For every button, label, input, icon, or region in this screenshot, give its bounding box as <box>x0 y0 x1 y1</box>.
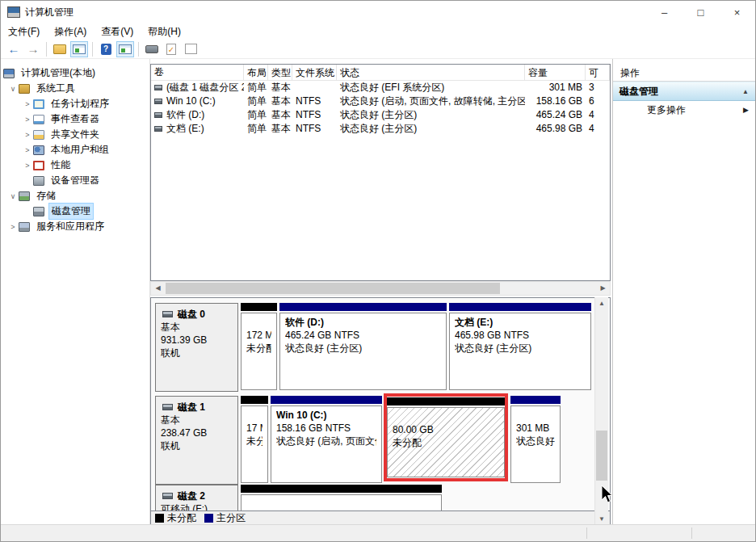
actions-section-disk-management[interactable]: 磁盘管理 ▲ <box>613 82 755 101</box>
unallocated-color-bar <box>241 396 268 404</box>
volume-status: 状态良好 (启动, 页面文件, 故障转储, 主分区) <box>337 95 525 108</box>
unallocated-color-bar <box>241 303 277 311</box>
disk1-unallocated-selected[interactable]: 80.00 GB未分配 <box>384 393 508 481</box>
scroll-left-icon[interactable]: ◀ <box>151 282 165 295</box>
disk2-partition[interactable] <box>241 485 442 511</box>
disk0-partition-e[interactable]: 文档 (E:)465.98 GB NTFS状态良好 (主分区) <box>449 303 591 392</box>
more-actions-item[interactable]: 更多操作 ▶ <box>613 101 755 119</box>
maximize-button[interactable]: □ <box>682 1 719 23</box>
back-icon: ← <box>8 42 20 56</box>
sidebar-item-storage[interactable]: ∨ 存储 <box>1 188 149 204</box>
show-console-tree-button[interactable] <box>70 41 88 57</box>
scroll-right-icon[interactable]: ▶ <box>596 282 610 295</box>
actions-pane: 操作 磁盘管理 ▲ 更多操作 ▶ <box>612 59 755 524</box>
sidebar-item-computer-management[interactable]: 计算机管理(本地) <box>1 65 149 81</box>
statusbar-divider <box>586 527 587 539</box>
volume-name: 文档 (E:) <box>166 122 204 136</box>
device-manager-icon <box>33 176 44 186</box>
window-title: 计算机管理 <box>25 6 74 19</box>
column-status[interactable]: 状态 <box>337 65 525 80</box>
volume-row-e[interactable]: 文档 (E:) 简单 基本 NTFS 状态良好 (主分区) 465.98 GB … <box>151 122 610 136</box>
volume-capacity: 301 MB <box>525 81 586 95</box>
volume-capacity: 158.16 GB <box>525 95 586 108</box>
sidebar-item-services-applications[interactable]: > 服务和应用程序 <box>1 219 149 234</box>
disk-management-icon <box>33 207 44 216</box>
show-action-pane-button[interactable] <box>116 41 134 57</box>
sidebar-item-performance[interactable]: > 性能 <box>1 158 149 173</box>
menu-view[interactable]: 查看(V) <box>94 23 141 40</box>
disk-icon <box>162 311 173 317</box>
check-task-button[interactable]: ✓ <box>162 41 180 57</box>
column-volume[interactable]: 卷 <box>151 65 244 80</box>
sidebar-item-disk-management[interactable]: 磁盘管理 <box>1 204 149 219</box>
sidebar-item-device-manager[interactable]: 设备管理器 <box>1 173 149 188</box>
console-window-icon <box>119 44 132 54</box>
disk-size: 931.39 GB <box>161 334 233 347</box>
column-layout[interactable]: 布局 <box>244 65 268 80</box>
device-tool-button[interactable] <box>143 41 161 57</box>
horizontal-scrollbar[interactable]: ◀ ▶ <box>150 281 611 296</box>
disk-2-label[interactable]: 磁盘 2 可移动 (F:) <box>155 485 238 511</box>
column-type[interactable]: 类型 <box>268 65 292 80</box>
shared-folder-icon <box>33 130 44 140</box>
console-window-icon <box>73 44 86 54</box>
volume-layout: 简单 <box>244 95 268 108</box>
volume-icon <box>154 112 162 118</box>
scrollbar-thumb[interactable] <box>596 431 607 481</box>
disk0-unallocated-partition[interactable]: 172 MB未分配 <box>241 303 277 392</box>
menu-file[interactable]: 文件(F) <box>1 23 47 40</box>
volume-row-c[interactable]: Win 10 (C:) 简单 基本 NTFS 状态良好 (启动, 页面文件, 故… <box>151 95 610 108</box>
volume-type: 基本 <box>268 95 292 108</box>
actions-title: 操作 <box>613 64 755 82</box>
scroll-up-icon[interactable]: ▲ <box>595 297 608 310</box>
forward-button[interactable]: → <box>24 41 42 57</box>
menu-action[interactable]: 操作(A) <box>47 23 94 40</box>
disk-0-label[interactable]: 磁盘 0 基本 931.39 GB 联机 <box>155 303 238 392</box>
tree-item-label-selected: 磁盘管理 <box>48 203 94 220</box>
unallocated-color-bar <box>241 485 442 493</box>
close-button[interactable]: × <box>719 1 755 23</box>
disk-1-label[interactable]: 磁盘 1 基本 238.47 GB 联机 <box>155 396 238 485</box>
storage-icon <box>19 191 30 201</box>
disk0-partition-d[interactable]: 软件 (D:)465.24 GB NTFS状态良好 (主分区) <box>279 303 447 392</box>
toolbar-separator <box>92 42 93 57</box>
collapse-icon[interactable]: ▲ <box>742 88 749 95</box>
chevron-right-icon[interactable]: > <box>7 223 19 231</box>
sidebar-item-local-users-groups[interactable]: > 本地用户和组 <box>1 142 149 158</box>
volume-name: Win 10 (C:) <box>166 95 216 108</box>
help-button[interactable]: ? <box>97 41 115 57</box>
users-icon <box>33 145 44 155</box>
disk1-partition-c[interactable]: Win 10 (C:)158.16 GB NTFS状态良好 (启动, 页面文件, <box>271 396 382 485</box>
chevron-right-icon[interactable]: > <box>22 162 33 170</box>
primary-partition-swatch <box>204 514 213 523</box>
volume-row-efi[interactable]: (磁盘 1 磁盘分区 2) 简单 基本 状态良好 (EFI 系统分区) 301 … <box>151 81 610 95</box>
disk1-unallocated-small[interactable]: 17 M未分 <box>241 396 268 485</box>
column-free[interactable]: 可 <box>586 65 610 80</box>
volume-fs <box>292 81 337 95</box>
tree-item-label: 系统工具 <box>34 81 78 96</box>
volume-status: 状态良好 (主分区) <box>337 108 525 122</box>
chevron-right-icon[interactable]: > <box>22 100 33 108</box>
scrollbar-thumb[interactable] <box>166 283 500 294</box>
disk-1-row: 磁盘 1 基本 238.47 GB 联机 17 M未分 Win 10 (C:)1… <box>151 396 610 485</box>
disk-management-pane: 卷 布局 类型 文件系统 状态 容量 可 (磁盘 1 磁盘分区 2) 简单 基本… <box>150 59 612 524</box>
computer-management-window: 计算机管理 – □ × 文件(F) 操作(A) 查看(V) 帮助(H) ← → … <box>0 0 756 542</box>
sidebar-item-shared-folders[interactable]: > 共享文件夹 <box>1 127 149 142</box>
chevron-right-icon[interactable]: > <box>22 131 33 139</box>
disk1-efi-partition[interactable]: 301 MB状态良好 (E <box>510 396 561 485</box>
back-button[interactable]: ← <box>5 41 23 57</box>
sidebar-item-system-tools[interactable]: ∨ 系统工具 <box>1 81 149 96</box>
chevron-down-icon[interactable]: ∨ <box>7 192 19 200</box>
minimize-button[interactable]: – <box>646 1 682 23</box>
chevron-right-icon[interactable]: > <box>22 116 33 124</box>
chevron-down-icon[interactable]: ∨ <box>7 85 19 93</box>
properties-button[interactable] <box>182 41 200 57</box>
export-list-button[interactable] <box>51 41 69 57</box>
volume-row-d[interactable]: 软件 (D:) 简单 基本 NTFS 状态良好 (主分区) 465.24 GB … <box>151 108 610 122</box>
menu-help[interactable]: 帮助(H) <box>141 23 188 40</box>
chevron-right-icon[interactable]: > <box>22 146 33 154</box>
column-filesystem[interactable]: 文件系统 <box>292 65 337 80</box>
column-capacity[interactable]: 容量 <box>525 65 586 80</box>
sidebar-item-event-viewer[interactable]: > 事件查看器 <box>1 111 149 127</box>
sidebar-item-task-scheduler[interactable]: > 任务计划程序 <box>1 96 149 111</box>
